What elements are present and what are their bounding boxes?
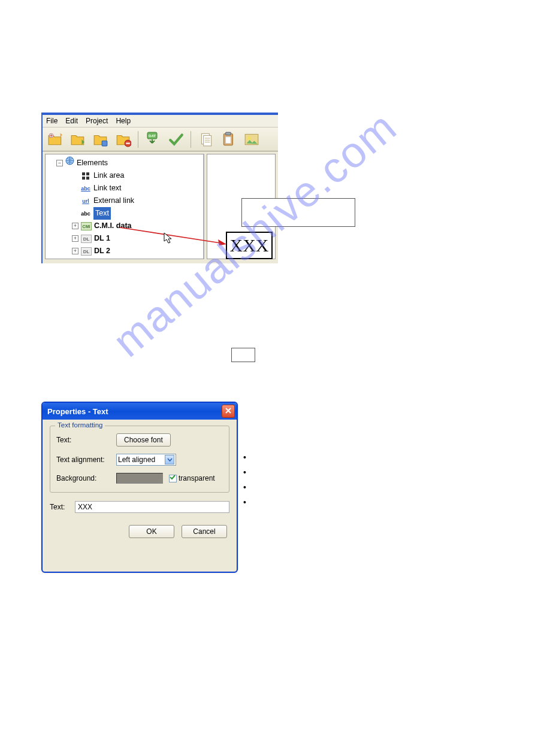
- text-formatting-fieldset: Text formatting Text: Choose font Text a…: [50, 426, 229, 493]
- background-color-swatch[interactable]: [116, 473, 163, 484]
- tree-item-label: C.M.I. data: [94, 220, 132, 232]
- close-icon: [225, 407, 232, 416]
- tree-item-link-area[interactable]: Link area: [48, 169, 201, 182]
- cmi-icon: CMI: [81, 222, 92, 230]
- row-text-input: Text:: [50, 501, 229, 513]
- svg-rect-8: [226, 132, 231, 135]
- alignment-label: Text alignment:: [56, 456, 110, 464]
- dl-icon: DL: [81, 235, 92, 243]
- list-item: [243, 495, 252, 510]
- close-button[interactable]: [222, 405, 235, 418]
- list-item: [243, 450, 252, 465]
- toolbar-folder-new-icon[interactable]: [45, 130, 65, 148]
- tree-panel: − Elements Link area abc Link text: [45, 154, 204, 259]
- text-input-label: Text:: [50, 503, 69, 511]
- check-icon: [170, 474, 176, 482]
- toolbar-folder-open-icon[interactable]: [68, 130, 88, 148]
- list-item: [243, 480, 252, 495]
- expand-icon[interactable]: +: [72, 223, 78, 229]
- bullet-list: [243, 450, 252, 510]
- toolbar-separator: [191, 131, 192, 148]
- dialog-body: Text formatting Text: Choose font Text a…: [43, 420, 237, 543]
- text-label: Text:: [56, 436, 110, 444]
- svg-text:DAT: DAT: [149, 134, 156, 138]
- svg-rect-1: [102, 141, 107, 146]
- ok-button[interactable]: OK: [129, 525, 174, 538]
- menu-project[interactable]: Project: [86, 117, 108, 125]
- transparent-checkbox[interactable]: [169, 475, 177, 482]
- toolbar-copy-icon[interactable]: [196, 130, 216, 148]
- tree-item-label-selected: Text: [93, 207, 111, 220]
- menu-help[interactable]: Help: [116, 117, 131, 125]
- background-label: Background:: [56, 474, 110, 482]
- toolbar: DAT: [43, 127, 278, 151]
- text-input[interactable]: [75, 501, 229, 513]
- tree-item-label: DL 1: [94, 232, 110, 245]
- toolbar-paste-icon[interactable]: [219, 130, 239, 148]
- tree-root-label: Elements: [77, 157, 108, 169]
- svg-rect-14: [86, 172, 89, 175]
- tree-item-link-text[interactable]: abc Link text: [48, 182, 201, 195]
- row-font: Text: Choose font: [56, 433, 223, 447]
- tree-item-dl1[interactable]: + DL DL 1: [48, 232, 201, 245]
- abc-link-icon: abc: [80, 184, 91, 193]
- choose-font-button[interactable]: Choose font: [116, 433, 171, 447]
- svg-rect-15: [82, 177, 85, 180]
- menu-edit[interactable]: Edit: [65, 117, 78, 125]
- toolbar-folder-delete-icon[interactable]: [113, 130, 134, 148]
- list-item: [243, 465, 252, 480]
- row-alignment: Text alignment: Left aligned: [56, 454, 223, 466]
- placeholder-text: XXX: [230, 235, 269, 256]
- svg-point-11: [247, 136, 250, 139]
- cancel-button[interactable]: Cancel: [182, 525, 227, 538]
- fieldset-legend: Text formatting: [55, 421, 105, 429]
- dialog-buttons: OK Cancel: [50, 525, 229, 538]
- svg-rect-6: [204, 135, 211, 145]
- menu-file[interactable]: File: [46, 117, 58, 125]
- dl-icon: DL: [81, 247, 92, 256]
- expand-icon[interactable]: +: [72, 248, 78, 254]
- toolbar-folder-save-icon[interactable]: [90, 130, 111, 148]
- row-background: Background: transparent: [56, 473, 223, 484]
- dialog-title: Properties - Text: [47, 407, 108, 416]
- tree-root[interactable]: − Elements: [48, 156, 201, 169]
- toolbar-check-icon[interactable]: [166, 130, 186, 148]
- tree-item-external-link[interactable]: url External link: [48, 195, 201, 207]
- tree-item-label: DL 2: [94, 245, 110, 257]
- svg-rect-9: [226, 136, 231, 143]
- tree-item-label: External link: [93, 195, 134, 207]
- alignment-value: Left aligned: [118, 456, 155, 464]
- abc-icon: abc: [80, 210, 91, 218]
- globe-icon: [65, 156, 74, 169]
- properties-dialog: Properties - Text Text formatting Text: …: [41, 402, 238, 573]
- expand-icon[interactable]: +: [72, 235, 78, 242]
- svg-rect-13: [82, 172, 85, 175]
- toolbar-dat-export-icon[interactable]: DAT: [143, 130, 164, 148]
- toolbar-image-icon[interactable]: [241, 130, 262, 148]
- tree-item-label: Link text: [93, 182, 122, 195]
- tree-item-label: Link area: [93, 169, 124, 182]
- collapse-icon[interactable]: −: [56, 160, 63, 166]
- chevron-down-icon: [165, 455, 174, 464]
- link-area-icon: [80, 172, 91, 180]
- toolbar-separator: [138, 131, 139, 148]
- tree: − Elements Link area abc Link text: [46, 154, 203, 259]
- tree-item-cmi-data[interactable]: + CMI C.M.I. data: [48, 220, 201, 232]
- text-placeholder-box: XXX: [226, 232, 273, 259]
- svg-rect-16: [86, 177, 89, 180]
- url-icon: url: [80, 197, 91, 205]
- placeholder-rectangle: [241, 198, 355, 227]
- tree-item-dl2[interactable]: + DL DL 2: [48, 245, 201, 257]
- transparent-label: transparent: [179, 474, 215, 482]
- dialog-titlebar[interactable]: Properties - Text: [43, 403, 237, 420]
- alignment-select[interactable]: Left aligned: [116, 454, 176, 466]
- small-placeholder-rectangle: [231, 348, 255, 362]
- tree-item-text[interactable]: abc Text: [48, 207, 201, 220]
- menubar: File Edit Project Help: [43, 115, 278, 127]
